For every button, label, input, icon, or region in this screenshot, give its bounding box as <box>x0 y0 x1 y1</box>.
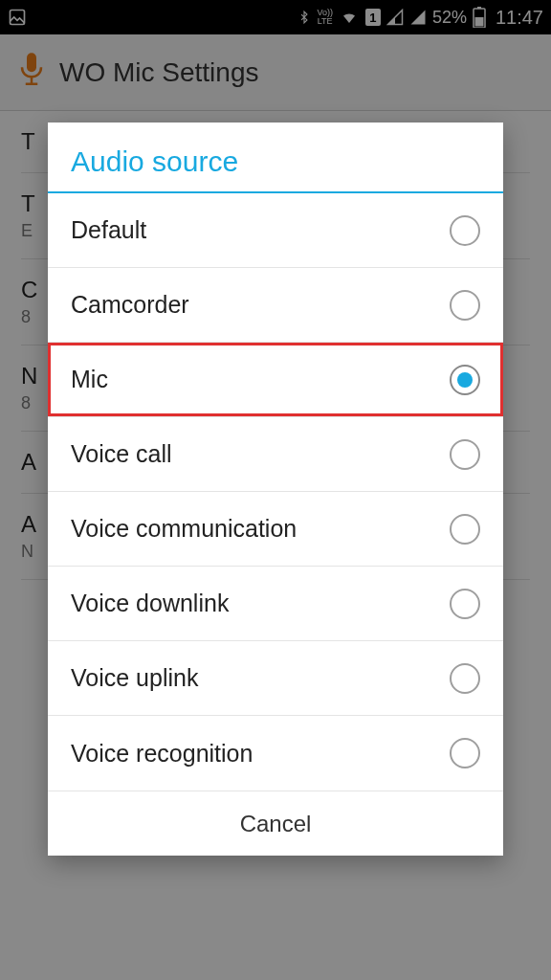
audio-source-option[interactable]: Voice communication <box>48 492 503 567</box>
radio-dot-icon <box>457 372 473 388</box>
audio-source-option[interactable]: Voice downlink <box>48 567 503 641</box>
audio-source-option[interactable]: Mic <box>48 343 503 417</box>
option-label: Voice downlink <box>71 590 229 617</box>
dialog-title: Audio source <box>71 145 480 178</box>
audio-source-option[interactable]: Voice uplink <box>48 641 503 716</box>
option-label: Voice uplink <box>71 664 198 692</box>
audio-source-option[interactable]: Default <box>48 193 503 268</box>
cancel-button[interactable]: Cancel <box>48 791 503 856</box>
option-label: Default <box>71 216 146 244</box>
radio-button[interactable] <box>450 215 480 246</box>
option-list: DefaultCamcorderMicVoice callVoice commu… <box>48 193 503 791</box>
option-label: Camcorder <box>71 291 189 319</box>
radio-button[interactable] <box>450 365 480 395</box>
modal-overlay: Audio source DefaultCamcorderMicVoice ca… <box>0 0 551 980</box>
option-label: Voice recognition <box>71 740 253 768</box>
radio-button[interactable] <box>450 738 480 768</box>
radio-button[interactable] <box>450 439 480 470</box>
radio-button[interactable] <box>450 663 480 694</box>
audio-source-option[interactable]: Camcorder <box>48 268 503 343</box>
audio-source-option[interactable]: Voice recognition <box>48 716 503 791</box>
radio-button[interactable] <box>450 290 480 321</box>
dialog-header: Audio source <box>48 122 503 191</box>
radio-button[interactable] <box>450 514 480 545</box>
option-label: Mic <box>71 366 108 393</box>
option-label: Voice call <box>71 440 172 468</box>
radio-button[interactable] <box>450 589 480 619</box>
option-label: Voice communication <box>71 515 297 543</box>
selection-highlight <box>48 343 503 416</box>
audio-source-dialog: Audio source DefaultCamcorderMicVoice ca… <box>48 122 503 856</box>
audio-source-option[interactable]: Voice call <box>48 417 503 492</box>
dialog-footer: Cancel <box>48 791 503 856</box>
